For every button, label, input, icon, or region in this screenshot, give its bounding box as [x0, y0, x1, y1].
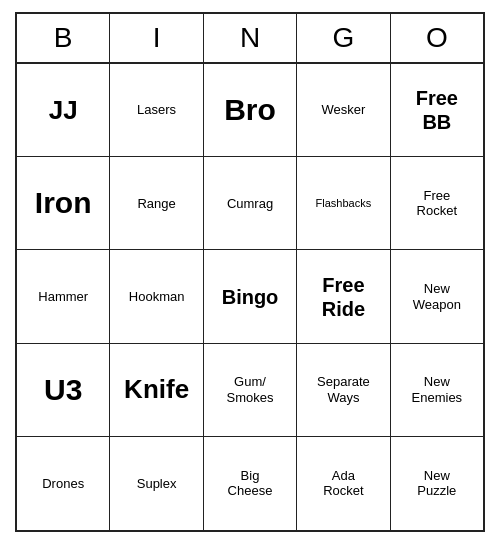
bingo-cell: Separate Ways — [297, 344, 390, 437]
bingo-cell: Hookman — [110, 250, 203, 343]
bingo-cell: Cumrag — [204, 157, 297, 250]
bingo-cell: Lasers — [110, 64, 203, 157]
bingo-row: IronRangeCumragFlashbacksFree Rocket — [17, 157, 483, 250]
bingo-cell: Drones — [17, 437, 110, 530]
bingo-cell: JJ — [17, 64, 110, 157]
bingo-cell: Gum/ Smokes — [204, 344, 297, 437]
bingo-cell: Bingo — [204, 250, 297, 343]
header-letter: O — [391, 14, 483, 64]
bingo-cell: Suplex — [110, 437, 203, 530]
bingo-cell: Range — [110, 157, 203, 250]
bingo-cell: Free Ride — [297, 250, 390, 343]
bingo-cell: Iron — [17, 157, 110, 250]
header-letter: G — [297, 14, 390, 64]
bingo-cell: Flashbacks — [297, 157, 390, 250]
bingo-cell: Free Rocket — [391, 157, 483, 250]
bingo-cell: Wesker — [297, 64, 390, 157]
bingo-cell: New Weapon — [391, 250, 483, 343]
header-letter: B — [17, 14, 110, 64]
bingo-cell: Big Cheese — [204, 437, 297, 530]
bingo-cell: New Enemies — [391, 344, 483, 437]
bingo-row: JJLasersBroWeskerFree BB — [17, 64, 483, 157]
bingo-cell: Hammer — [17, 250, 110, 343]
bingo-cell: Free BB — [391, 64, 483, 157]
bingo-cell: Knife — [110, 344, 203, 437]
bingo-header: BINGO — [17, 14, 483, 64]
bingo-card: BINGO JJLasersBroWeskerFree BBIronRangeC… — [15, 12, 485, 532]
bingo-row: DronesSuplexBig CheeseAda RocketNew Puzz… — [17, 437, 483, 530]
bingo-cell: U3 — [17, 344, 110, 437]
bingo-row: HammerHookmanBingoFree RideNew Weapon — [17, 250, 483, 343]
header-letter: I — [110, 14, 203, 64]
bingo-cell: Ada Rocket — [297, 437, 390, 530]
bingo-cell: Bro — [204, 64, 297, 157]
bingo-grid: JJLasersBroWeskerFree BBIronRangeCumragF… — [17, 64, 483, 530]
header-letter: N — [204, 14, 297, 64]
bingo-cell: New Puzzle — [391, 437, 483, 530]
bingo-row: U3KnifeGum/ SmokesSeparate WaysNew Enemi… — [17, 344, 483, 437]
